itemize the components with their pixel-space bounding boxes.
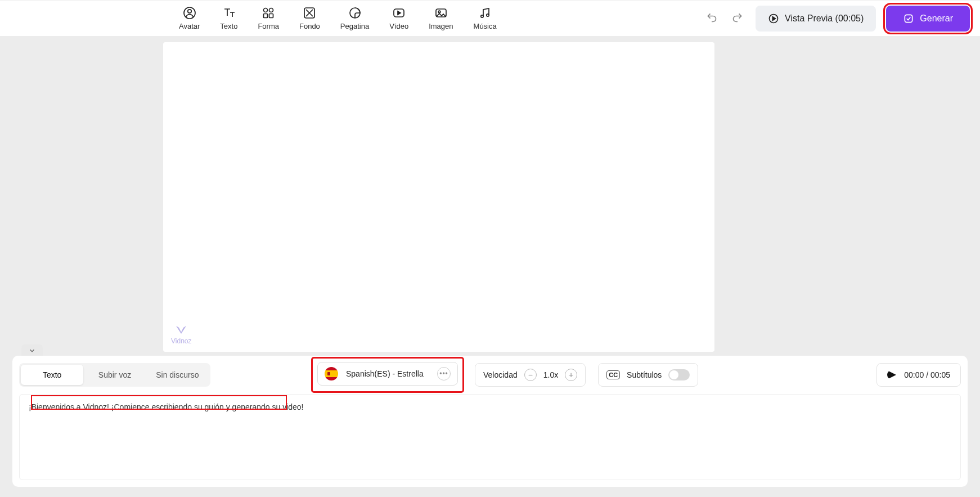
tool-label: Imagen — [429, 22, 453, 30]
script-wrap — [19, 394, 961, 480]
play-circle-icon — [768, 13, 779, 24]
redo-icon — [732, 12, 743, 23]
logo-icon — [173, 324, 190, 337]
svg-point-3 — [269, 8, 273, 12]
speed-decrease-button[interactable]: − — [524, 369, 537, 381]
svg-point-2 — [264, 8, 268, 12]
watermark-text: Vidnoz — [171, 337, 191, 345]
image-icon — [434, 6, 448, 20]
voice-label: Spanish(ES) - Estrella — [346, 369, 424, 378]
svg-point-1 — [187, 10, 191, 13]
collapse-bottom-panel[interactable] — [21, 344, 43, 357]
tool-sticker[interactable]: Pegatina — [340, 6, 369, 30]
time-text: 00:00 / 00:05 — [904, 370, 950, 379]
svg-point-12 — [487, 14, 489, 16]
tool-label: Vídeo — [389, 22, 408, 30]
music-icon — [478, 6, 492, 20]
svg-point-11 — [481, 15, 483, 17]
subtitles-label: Subtítulos — [627, 370, 662, 379]
video-icon — [392, 6, 406, 20]
voice-block-highlight: Spanish(ES) - Estrella ••• — [313, 359, 462, 391]
tool-avatar[interactable]: Avatar — [179, 6, 200, 30]
tool-label: Pegatina — [340, 22, 369, 30]
watermark: Vidnoz — [171, 324, 191, 345]
tool-row: Avatar Texto Forma Fondo Pegatina Vídeo … — [179, 6, 497, 30]
tool-image[interactable]: Imagen — [429, 6, 453, 30]
cc-icon: CC — [606, 370, 620, 379]
undo-button[interactable] — [704, 10, 720, 27]
preview-button[interactable]: Vista Previa (00:05) — [756, 6, 876, 32]
tool-label: Forma — [258, 22, 279, 30]
shape-icon — [262, 6, 275, 20]
tool-shape[interactable]: Forma — [258, 6, 279, 30]
top-toolbar: Avatar Texto Forma Fondo Pegatina Vídeo … — [0, 0, 980, 36]
background-icon — [303, 6, 316, 20]
subtitles-control: CC Subtítulos — [598, 363, 698, 387]
tab-sin-discurso[interactable]: Sin discurso — [146, 365, 209, 385]
speed-value: 1.0x — [543, 370, 558, 379]
tool-label: Música — [474, 22, 497, 30]
tool-background[interactable]: Fondo — [299, 6, 320, 30]
text-icon — [222, 6, 236, 20]
flag-spain-icon — [325, 367, 338, 380]
speed-label: Velocidad — [483, 370, 518, 379]
canvas[interactable]: Vidnoz — [163, 42, 714, 352]
tool-label: Avatar — [179, 22, 200, 30]
bottom-panel: Texto Subir voz Sin discurso Spanish(ES)… — [12, 356, 968, 487]
chevron-down-icon — [28, 347, 36, 355]
speed-increase-button[interactable]: + — [565, 369, 577, 381]
script-input[interactable] — [19, 394, 961, 480]
subtitles-toggle[interactable] — [668, 369, 690, 380]
tool-music[interactable]: Música — [474, 6, 497, 30]
topbar-right: Vista Previa (00:05) Generar — [704, 6, 970, 32]
playback-time: 00:00 / 00:05 — [876, 363, 961, 387]
svg-rect-5 — [269, 14, 273, 18]
tool-text[interactable]: Texto — [220, 6, 237, 30]
tab-subir-voz[interactable]: Subir voz — [83, 365, 146, 385]
tool-video[interactable]: Vídeo — [389, 6, 408, 30]
voice-options-button[interactable]: ••• — [437, 367, 451, 380]
play-icon[interactable] — [887, 370, 896, 379]
bottom-controls-row: Texto Subir voz Sin discurso Spanish(ES)… — [19, 361, 961, 388]
undo-icon — [706, 12, 717, 23]
tab-texto[interactable]: Texto — [21, 365, 83, 385]
speed-control: Velocidad − 1.0x + — [475, 363, 586, 387]
avatar-icon — [183, 6, 196, 20]
tool-label: Fondo — [299, 22, 320, 30]
preview-label: Vista Previa (00:05) — [785, 14, 864, 24]
generate-icon — [903, 13, 914, 24]
svg-point-10 — [438, 11, 440, 13]
svg-rect-4 — [264, 14, 268, 18]
tool-label: Texto — [220, 22, 237, 30]
sticker-icon — [348, 6, 362, 20]
generate-button[interactable]: Generar — [886, 6, 970, 32]
script-mode-tabs: Texto Subir voz Sin discurso — [19, 363, 210, 387]
redo-button[interactable] — [730, 10, 745, 27]
svg-rect-14 — [905, 15, 912, 22]
voice-select[interactable]: Spanish(ES) - Estrella ••• — [317, 362, 458, 386]
generate-label: Generar — [920, 14, 953, 24]
